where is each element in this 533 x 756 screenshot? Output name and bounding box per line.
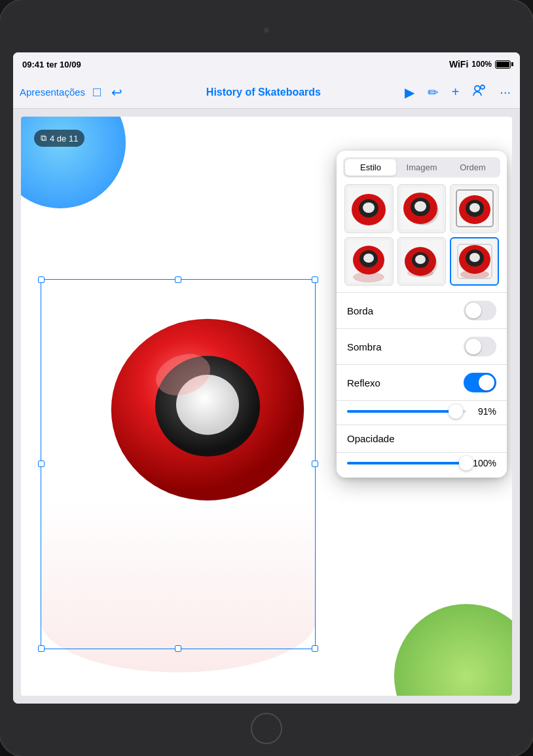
handle-middle-right[interactable] [312, 461, 318, 467]
status-time: 09:41 ter 10/09 [22, 60, 81, 69]
opacidade-slider-container: 100% [347, 458, 496, 468]
tab-estilo[interactable]: Estilo [345, 159, 396, 176]
play-button[interactable]: ▶ [402, 82, 417, 103]
style-thumb-5[interactable] [397, 237, 447, 286]
wifi-icon: WiFi [449, 59, 468, 69]
style-thumb-2[interactable] [397, 184, 447, 233]
svg-point-1 [481, 85, 485, 89]
style-thumb-1[interactable] [344, 184, 394, 233]
reflexo-slider-track[interactable] [347, 410, 466, 413]
reflexo-slider-fill [347, 410, 456, 413]
reflexo-slider-row: 91% [337, 401, 507, 425]
handle-bottom-left[interactable] [38, 645, 45, 652]
format-panel: Estilo Imagem Ordem [337, 151, 507, 478]
style-thumb-3[interactable] [450, 184, 499, 233]
back-button[interactable]: Apresentações [20, 86, 85, 98]
slide-counter-text: 4 de 11 [50, 134, 78, 143]
wheel-image[interactable] [103, 301, 312, 511]
style-thumb-6[interactable] [450, 237, 499, 286]
slides-icon[interactable]: □ [90, 82, 103, 102]
handle-middle-left[interactable] [38, 461, 45, 467]
camera-dot [264, 28, 269, 33]
wheel-reflection [41, 499, 316, 672]
borda-label: Borda [347, 305, 373, 316]
handle-top-middle[interactable] [175, 276, 181, 283]
opacidade-slider-value: 100% [473, 458, 496, 468]
sombra-row: Sombra [337, 329, 507, 365]
panel-tabs: Estilo Imagem Ordem [343, 157, 500, 178]
status-right: WiFi 100% [449, 59, 511, 69]
home-button[interactable] [251, 713, 282, 744]
style-grid [337, 178, 507, 292]
ipad-frame: 09:41 ter 10/09 WiFi 100% Apresentações … [0, 0, 533, 756]
slide-canvas: ⧉ 4 de 11 Estilo Imagem Ordem [13, 109, 520, 704]
svg-point-24 [363, 254, 374, 263]
svg-point-22 [353, 272, 384, 282]
battery-icon [495, 60, 511, 69]
tab-ordem[interactable]: Ordem [447, 159, 498, 176]
handle-bottom-right[interactable] [312, 645, 318, 652]
reflexo-slider-value: 91% [473, 406, 496, 417]
more-button[interactable]: ··· [497, 82, 513, 102]
reflexo-toggle[interactable] [464, 373, 496, 392]
pen-icon[interactable]: ✏ [425, 82, 441, 103]
opacidade-label: Opacidade [347, 433, 395, 444]
handle-top-right[interactable] [312, 276, 318, 283]
toolbar-actions: ▶ ✏ + ··· [402, 81, 513, 104]
slide-counter: ⧉ 4 de 11 [34, 130, 84, 147]
opacidade-slider-thumb[interactable] [459, 456, 473, 470]
sombra-label: Sombra [347, 341, 382, 352]
tab-imagem[interactable]: Imagem [396, 159, 447, 176]
opacidade-row: Opacidade [337, 425, 507, 453]
opacidade-slider-row: 100% [337, 453, 507, 478]
add-button[interactable]: + [449, 82, 462, 102]
deco-circle-green [394, 604, 512, 696]
status-bar: 09:41 ter 10/09 WiFi 100% [13, 52, 520, 76]
svg-point-33 [460, 270, 489, 279]
reflexo-knob [479, 375, 494, 390]
svg-point-9 [363, 202, 375, 213]
document-title[interactable]: History of Skateboards [130, 86, 396, 98]
svg-point-0 [475, 86, 480, 91]
svg-point-29 [415, 255, 426, 264]
slide-content: ⧉ 4 de 11 Estilo Imagem Ordem [21, 117, 512, 696]
reflexo-row: Reflexo [337, 365, 507, 401]
toolbar: Apresentações □ ↩ History of Skateboards… [13, 76, 520, 109]
collab-icon[interactable] [469, 81, 489, 104]
svg-point-19 [469, 203, 480, 212]
sombra-toggle[interactable] [464, 337, 496, 356]
battery-fill [496, 62, 509, 67]
ipad-screen: 09:41 ter 10/09 WiFi 100% Apresentações … [13, 52, 520, 704]
borda-row: Borda [337, 293, 507, 329]
handle-top-left[interactable] [38, 276, 45, 283]
opacidade-slider-track[interactable] [347, 462, 466, 464]
reflexo-slider-container: 91% [347, 406, 496, 417]
reflexo-label: Reflexo [347, 377, 380, 388]
battery-text: 100% [471, 60, 492, 69]
svg-point-35 [469, 253, 480, 262]
style-thumb-4[interactable] [344, 237, 394, 286]
sombra-knob [466, 339, 481, 354]
opacidade-slider-fill [347, 462, 466, 464]
svg-point-30 [407, 269, 433, 277]
slide-counter-icon: ⧉ [41, 133, 46, 143]
reflexo-slider-thumb[interactable] [449, 404, 463, 419]
borda-knob [466, 303, 481, 318]
borda-toggle[interactable] [464, 301, 496, 320]
undo-icon[interactable]: ↩ [109, 82, 125, 103]
svg-point-14 [414, 201, 426, 212]
